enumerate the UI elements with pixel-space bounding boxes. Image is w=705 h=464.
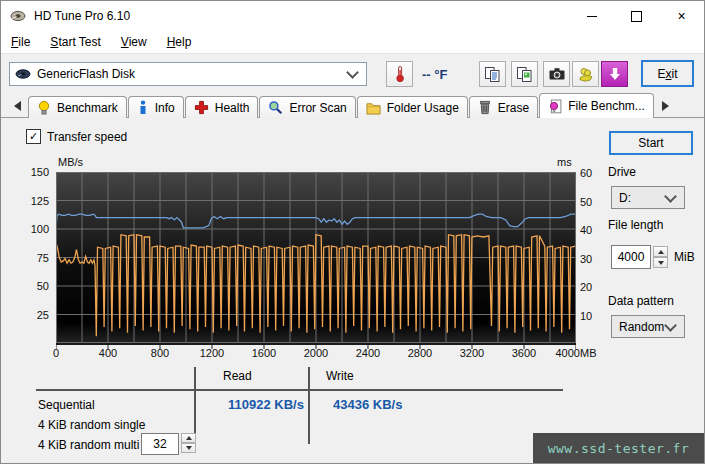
- menu-file[interactable]: File: [1, 33, 40, 51]
- benchmark-chart-svg: [56, 172, 576, 350]
- arrow-right-icon: [662, 101, 669, 111]
- drive-select-value: D:: [619, 191, 631, 205]
- tab-scroll-right-button[interactable]: [657, 97, 675, 115]
- data-pattern-label: Data pattern: [608, 294, 674, 308]
- copy-text-button[interactable]: [479, 61, 506, 87]
- tab-folder-usage[interactable]: Folder Usage: [357, 96, 468, 118]
- window-title: HD Tune Pro 6.10: [34, 9, 130, 23]
- copy-image-icon: [516, 66, 533, 83]
- exit-button[interactable]: Exit: [641, 60, 694, 87]
- row-label-4kib-random-single: 4 KiB random single: [38, 418, 145, 432]
- disk-icon: [15, 66, 31, 82]
- maximize-icon: [631, 11, 642, 22]
- drive-label: Drive: [608, 165, 636, 179]
- checkbox-check-icon: ✓: [26, 129, 41, 144]
- maximize-button[interactable]: [614, 1, 659, 31]
- copy-text-icon: [484, 66, 501, 83]
- file-length-spinner: 4000 MiB: [611, 245, 695, 269]
- y-axis-right-ticks: 605040302010: [580, 172, 610, 343]
- donate-button[interactable]: [572, 61, 599, 87]
- file-benchmark-icon: [548, 99, 562, 114]
- y-left-axis-unit: MB/s: [58, 156, 83, 168]
- temperature-button[interactable]: [386, 61, 413, 87]
- tab-benchmark[interactable]: Benchmark: [28, 96, 127, 118]
- read-column-header: Read: [223, 369, 252, 383]
- results-divider-horizontal: [36, 389, 563, 391]
- app-window: HD Tune Pro 6.10 × File Start Test View …: [0, 0, 705, 464]
- save-results-button[interactable]: [601, 61, 628, 87]
- trash-icon: [478, 100, 492, 115]
- spin-up-icon: [658, 250, 664, 254]
- minimize-icon: [587, 16, 597, 17]
- file-benchmark-panel: ✓ Transfer speed MB/s ms 150125100755025…: [1, 117, 704, 464]
- donate-hand-icon: [577, 66, 595, 83]
- drive-selector[interactable]: GenericFlash Disk: [9, 62, 367, 86]
- drive-select[interactable]: D:: [611, 186, 685, 209]
- spin-down-icon: [186, 446, 192, 450]
- screenshot-button[interactable]: [543, 61, 570, 87]
- row-label-sequential: Sequential: [38, 398, 95, 412]
- tab-file-benchmark[interactable]: File Benchm...: [539, 93, 654, 118]
- menu-bar: File Start Test View Help: [1, 31, 704, 54]
- toolbar: GenericFlash Disk -- °F: [1, 54, 704, 93]
- file-length-input[interactable]: 4000: [611, 245, 651, 269]
- camera-icon: [548, 66, 566, 82]
- spin-down-icon: [658, 261, 664, 265]
- tab-erase[interactable]: Erase: [469, 96, 538, 118]
- close-button[interactable]: ×: [659, 1, 704, 31]
- file-length-label: File length: [608, 218, 663, 232]
- sequential-read-value: 110922 KB/s: [228, 397, 304, 412]
- tab-health[interactable]: Health: [185, 96, 259, 118]
- menu-view[interactable]: View: [111, 33, 157, 51]
- tab-scroll-left-button[interactable]: [8, 97, 26, 115]
- watermark: www.ssd-tester.fr: [533, 433, 704, 464]
- y-right-axis-unit: ms: [557, 156, 572, 168]
- tab-bar: Benchmark Info Health Error Scan: [1, 93, 704, 118]
- results-divider-vertical-2: [308, 367, 310, 444]
- x-axis-ticks: 040080012001600200024002800320036004000M…: [56, 347, 596, 361]
- folder-icon: [366, 101, 381, 115]
- menu-help[interactable]: Help: [157, 33, 202, 51]
- thermometer-icon: [392, 65, 408, 83]
- tab-info[interactable]: Info: [128, 96, 184, 118]
- start-button[interactable]: Start: [609, 131, 693, 155]
- chevron-down-icon: [664, 190, 677, 203]
- queue-spin-up-button[interactable]: [181, 433, 196, 443]
- benchmark-plot: [56, 172, 576, 349]
- chevron-down-icon: [664, 319, 677, 332]
- data-pattern-value: Random: [619, 320, 664, 334]
- sequential-write-value: 43436 KB/s: [333, 397, 402, 412]
- arrow-left-icon: [14, 101, 21, 111]
- app-disk-icon: [10, 8, 26, 24]
- random-multi-queue-spinner: 32: [141, 433, 196, 455]
- row-label-4kib-random-multi: 4 KiB random multi: [38, 438, 139, 452]
- queue-spin-down-button[interactable]: [181, 443, 196, 453]
- health-cross-icon: [194, 100, 209, 115]
- drive-selector-value: GenericFlash Disk: [37, 67, 135, 81]
- magnifier-icon: [268, 100, 283, 115]
- y-axis-left-ticks: 150125100755025: [9, 172, 53, 343]
- menu-start-test[interactable]: Start Test: [40, 33, 110, 51]
- transfer-speed-checkbox[interactable]: ✓ Transfer speed: [26, 129, 127, 144]
- chevron-down-icon: [346, 66, 359, 79]
- transfer-speed-label: Transfer speed: [47, 130, 127, 144]
- title-bar: HD Tune Pro 6.10 ×: [1, 1, 704, 31]
- temperature-readout: -- °F: [422, 67, 447, 82]
- file-length-spin-down-button[interactable]: [653, 257, 668, 268]
- copy-image-button[interactable]: [511, 61, 538, 87]
- write-column-header: Write: [326, 369, 354, 383]
- minimize-button[interactable]: [569, 1, 614, 31]
- bulb-icon: [37, 100, 51, 115]
- save-download-icon: [607, 66, 623, 82]
- close-icon: ×: [677, 9, 685, 23]
- file-length-spin-up-button[interactable]: [653, 246, 668, 257]
- info-icon: [137, 100, 149, 115]
- random-multi-queue-input[interactable]: 32: [141, 433, 179, 455]
- tab-error-scan[interactable]: Error Scan: [259, 96, 355, 118]
- spin-up-icon: [186, 436, 192, 440]
- file-length-unit: MiB: [674, 250, 695, 264]
- data-pattern-select[interactable]: Random: [611, 315, 685, 338]
